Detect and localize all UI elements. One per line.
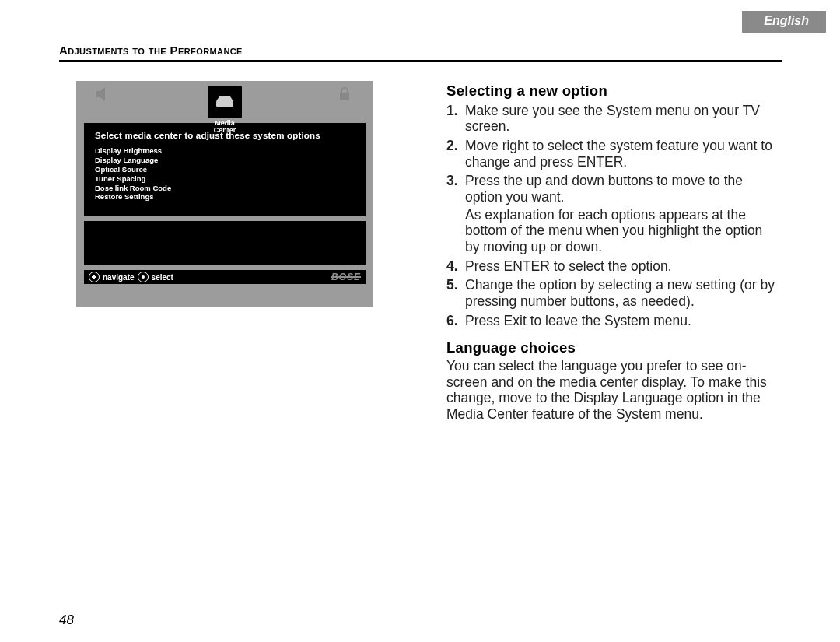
panel-option-list: Display Brightness Display Language Opti…	[95, 146, 358, 202]
step-2: 2. Move right to select the system featu…	[446, 138, 776, 170]
step-text: Press ENTER to select the option.	[465, 258, 776, 275]
section-header-text: Adjustments to the Performance	[59, 44, 243, 57]
tv-screen: MediaCenter Select media center to adjus…	[76, 81, 373, 307]
step-text: Move right to select the system feature …	[465, 138, 776, 170]
step-3-sub: As explanation for each options appears …	[465, 207, 776, 255]
description-band	[84, 221, 366, 265]
step-number: 1.	[446, 103, 465, 135]
step-5: 5. Change the option by selecting a new …	[446, 277, 776, 309]
options-panel: Select media center to adjust these syst…	[84, 123, 366, 216]
heading-selecting: Selecting a new option	[446, 82, 776, 100]
system-menu-figure: MediaCenter Select media center to adjus…	[76, 81, 373, 307]
language-paragraph: You can select the language you prefer t…	[446, 358, 776, 423]
step-number: 4.	[446, 258, 465, 275]
navigate-label: navigate	[103, 273, 135, 282]
lock-icon	[333, 86, 356, 103]
step-text: Press the up and down buttons to move to…	[465, 173, 776, 205]
language-choices-block: Language choices You can select the lang…	[446, 339, 776, 422]
svg-rect-2	[216, 101, 233, 107]
step-6: 6. Press Exit to leave the System menu.	[446, 313, 776, 329]
step-text: Make sure you see the System menu on you…	[465, 103, 776, 135]
select-label: select	[152, 273, 173, 282]
tv-top-icons: MediaCenter	[76, 81, 373, 123]
language-tab: English	[742, 11, 826, 33]
step-number: 2.	[446, 138, 465, 170]
steps-list: 1. Make sure you see the System menu on …	[446, 103, 776, 328]
media-center-tile: MediaCenter	[190, 86, 260, 135]
svg-marker-1	[216, 96, 233, 101]
instructions-column: Selecting a new option 1. Make sure you …	[446, 82, 776, 423]
option-item: Tuner Spacing	[95, 174, 358, 184]
page-number: 48	[59, 612, 74, 628]
step-1: 1. Make sure you see the System menu on …	[446, 103, 776, 135]
dpad-icon	[89, 272, 100, 282]
footer-hints: navigate select	[89, 272, 173, 282]
svg-marker-0	[96, 87, 105, 101]
option-item: Display Brightness	[95, 146, 358, 156]
bose-logo: BOSE	[331, 272, 361, 282]
option-item: Bose link Room Code	[95, 184, 358, 193]
option-item: Display Language	[95, 156, 358, 165]
step-3: 3. Press the up and down buttons to move…	[446, 173, 776, 205]
step-number: 3.	[446, 173, 465, 205]
step-text: Press Exit to leave the System menu.	[465, 313, 776, 329]
panel-title: Select media center to adjust these syst…	[95, 131, 358, 140]
section-header: Adjustments to the Performance	[59, 44, 243, 57]
option-item: Optical Source	[95, 165, 358, 174]
step-number: 6.	[446, 313, 465, 329]
heading-language: Language choices	[446, 339, 776, 356]
media-center-icon	[208, 86, 242, 118]
horizontal-rule	[59, 60, 782, 62]
option-item: Restore Settings	[95, 192, 358, 202]
step-text: Change the option by selecting a new set…	[465, 277, 776, 309]
step-number: 5.	[446, 277, 465, 309]
speaker-icon	[93, 86, 117, 103]
select-dot-icon	[138, 272, 149, 282]
tv-footer: navigate select BOSE	[84, 270, 366, 284]
step-4: 4. Press ENTER to select the option.	[446, 258, 776, 275]
